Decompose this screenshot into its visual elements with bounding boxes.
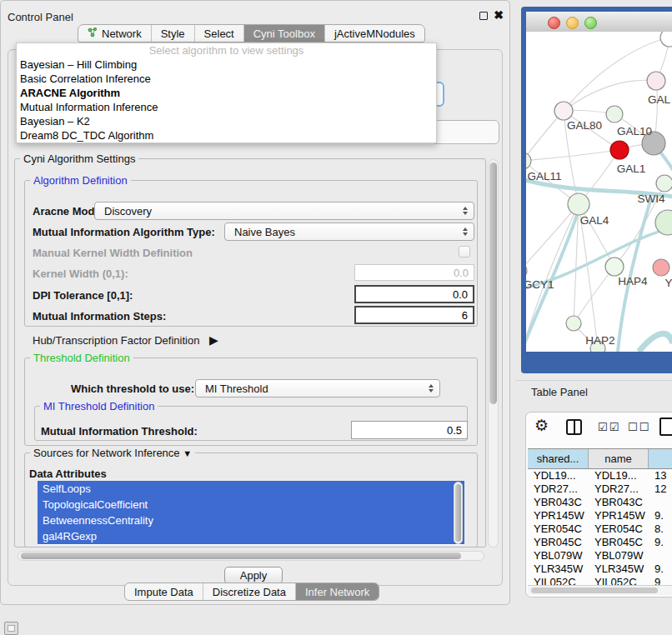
tab-select[interactable]: Select	[195, 25, 244, 42]
tab-label: Style	[161, 28, 185, 40]
minimize-traffic-light[interactable]	[566, 17, 579, 29]
data-attribute-item[interactable]: BetweennessCentrality	[38, 512, 464, 528]
bottom-tabbar: Impute Data Discretize Data Infer Networ…	[124, 582, 379, 601]
tab-jactivemnodules[interactable]: jActiveMNodules	[325, 25, 424, 42]
network-canvas[interactable]: GALGAL80GAL10GAL1GAL11SWI4GAL4GCY1HAP4YH…	[526, 32, 672, 352]
split-columns-icon[interactable]	[566, 419, 582, 435]
network-node-label: GAL1	[617, 162, 646, 175]
table-row[interactable]: YBR045CYBR045C9.	[528, 535, 672, 548]
network-node[interactable]	[606, 106, 623, 122]
settings-scrollbar[interactable]	[488, 159, 499, 548]
combobox-value: Discovery	[104, 205, 152, 218]
new-table-icon[interactable]	[659, 418, 672, 436]
control-panel-tabbar: Network Style Select Cyni Toolbox jActiv…	[78, 24, 425, 42]
table-cell: 8.	[649, 522, 672, 535]
network-icon	[88, 28, 98, 40]
close-icon[interactable]: ✖	[494, 8, 504, 22]
table-row[interactable]: YIL052CYIL052C9	[528, 575, 672, 585]
gear-icon[interactable]: ⚙	[534, 416, 549, 435]
network-node[interactable]	[526, 263, 527, 278]
deselect-all-checkboxes-icon[interactable]: ☐☐	[628, 421, 650, 433]
network-node[interactable]	[647, 72, 665, 90]
tab-infer-network[interactable]: Infer Network	[296, 583, 379, 600]
table-cell	[649, 495, 672, 508]
close-traffic-light[interactable]	[548, 17, 560, 29]
mi-steps-field[interactable]: 6	[354, 306, 474, 324]
tab-label: Select	[204, 28, 234, 40]
network-node[interactable]	[656, 175, 672, 192]
table-row[interactable]: YBL079WYBL079W	[528, 548, 672, 562]
mi-threshold-field[interactable]: 0.5	[351, 421, 468, 439]
table-row[interactable]: YLR345WYLR345W9.	[528, 562, 672, 575]
network-window-titlebar[interactable]	[526, 12, 672, 32]
network-node[interactable]	[653, 259, 669, 276]
hub-tf-label: Hub/Transcription Factor Definition	[33, 334, 199, 347]
data-attributes-label: Data Attributes	[29, 468, 107, 480]
data-attribute-item[interactable]: SelfLoops	[38, 481, 464, 497]
data-attributes-list: SelfLoopsTopologicalCoefficientBetweenne…	[38, 481, 464, 545]
table-cell: YLR345W	[528, 562, 589, 575]
float-window-icon[interactable]	[479, 12, 488, 20]
algorithm-option[interactable]: Basic Correlation Inference	[17, 72, 436, 86]
column-header-shared-name[interactable]: shared...	[528, 449, 589, 468]
table-cell: YER054C	[528, 522, 589, 535]
data-attribute-item[interactable]: TopologicalCoefficient	[38, 497, 464, 512]
group-title: MI Threshold Definition	[40, 400, 158, 412]
algorithm-option[interactable]: Bayesian – Hill Climbing	[17, 58, 436, 72]
stepper-arrows-icon	[463, 228, 468, 236]
tab-label: Network	[102, 28, 142, 40]
network-node[interactable]	[554, 102, 573, 120]
table-row[interactable]: YDL19...YDL19...13	[528, 468, 672, 482]
network-node-label: HAP4	[618, 275, 648, 288]
tab-impute-data[interactable]: Impute Data	[125, 583, 203, 600]
table-row[interactable]: YPR145WYPR145W9.	[528, 508, 672, 522]
network-node[interactable]	[568, 193, 589, 215]
kernel-width-field[interactable]: 0.0	[354, 264, 474, 281]
table-row[interactable]: YER054CYER054C8.	[528, 522, 672, 535]
data-attribute-item[interactable]: gal4RGexp	[38, 528, 464, 544]
table-row[interactable]: YDR27...YDR27...12	[528, 482, 672, 495]
hub-tf-definition-toggle[interactable]: Hub/Transcription Factor Definition ▶	[33, 333, 218, 347]
table-cell: YBR043C	[589, 495, 649, 508]
column-header-clipped[interactable]	[649, 449, 672, 468]
network-node[interactable]	[605, 258, 624, 276]
table-cell: 9.	[649, 508, 672, 522]
tab-label: Discretize Data	[213, 586, 286, 598]
algorithm-option[interactable]: Bayesian – K2	[17, 114, 436, 128]
network-node[interactable]	[566, 316, 581, 331]
which-threshold-label: Which threshold to use:	[71, 382, 194, 395]
dpi-tolerance-field[interactable]: 0.0	[354, 285, 474, 303]
manual-kernel-width-checkbox[interactable]	[459, 246, 470, 258]
panel-dock-icon[interactable]	[4, 622, 18, 635]
network-node[interactable]	[660, 32, 672, 47]
table-row[interactable]: YBR043CYBR043C	[528, 495, 672, 508]
table-data-combobox[interactable]	[431, 120, 499, 144]
table-cell: YER054C	[589, 522, 649, 535]
table-hscrollbar[interactable]	[528, 585, 672, 595]
network-view-window: GALGAL80GAL10GAL1GAL11SWI4GAL4GCY1HAP4YH…	[521, 7, 672, 373]
tab-cyni-toolbox[interactable]: Cyni Toolbox	[244, 25, 325, 42]
stepper-arrows-icon	[429, 384, 434, 392]
algorithm-option[interactable]: Dream8 DC_TDC Algorithm	[17, 128, 436, 142]
combobox-value: MI Threshold	[205, 382, 268, 395]
column-header-name[interactable]: name	[589, 449, 649, 468]
attributes-scrollbar[interactable]	[454, 482, 463, 544]
group-title: Threshold Definition	[30, 352, 133, 364]
apply-button[interactable]: Apply	[224, 567, 283, 584]
network-node[interactable]	[610, 141, 629, 159]
tab-discretize-data[interactable]: Discretize Data	[203, 583, 296, 600]
inference-algorithm-combobox[interactable]	[437, 82, 444, 107]
tab-network[interactable]: Network	[78, 25, 152, 42]
which-threshold-combobox[interactable]: MI Threshold	[195, 379, 440, 398]
tab-style[interactable]: Style	[152, 25, 195, 42]
zoom-traffic-light[interactable]	[584, 17, 597, 29]
aracne-mode-combobox[interactable]: Discovery	[94, 202, 474, 220]
table-cell: YDR27...	[528, 482, 589, 495]
mi-algorithm-type-combobox[interactable]: Naive Bayes	[224, 222, 474, 241]
network-graph[interactable]: GALGAL80GAL10GAL1GAL11SWI4GAL4GCY1HAP4YH…	[526, 32, 672, 352]
algorithm-option[interactable]: ARACNE Algorithm	[17, 86, 436, 100]
sources-collapse-toggle[interactable]: Sources for Network Inference ▼	[30, 447, 195, 459]
settings-hscrollbar[interactable]	[18, 551, 484, 561]
select-all-checkboxes-icon[interactable]: ☑☑	[598, 421, 620, 433]
algorithm-option[interactable]: Mutual Information Inference	[17, 100, 436, 114]
